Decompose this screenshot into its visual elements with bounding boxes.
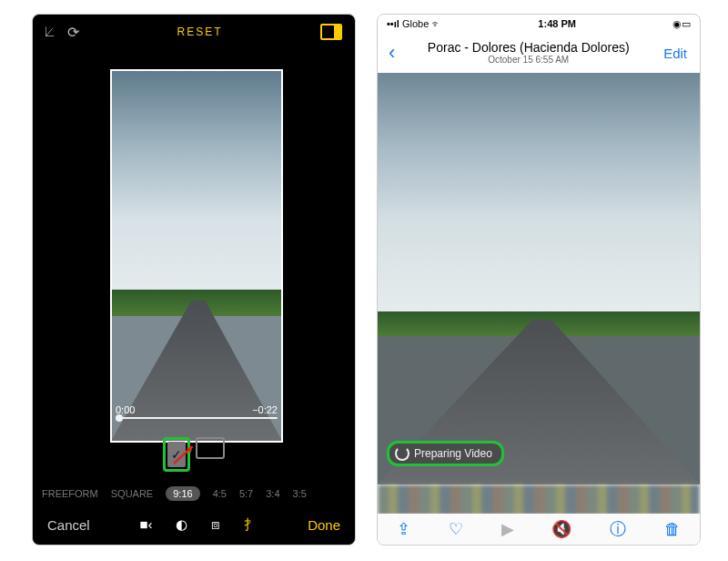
crop-preview[interactable]: 0:00 −0:22 — [110, 69, 283, 443]
ratio-square[interactable]: SQUARE — [111, 488, 153, 499]
editor-tool-tabs: ■‹ ◐ ⧇ ⺘ — [139, 516, 258, 534]
done-button[interactable]: Done — [308, 517, 340, 533]
favorite-heart-icon[interactable]: ♡ — [449, 519, 463, 539]
nav-subtitle: October 15 6:55 AM — [406, 55, 651, 65]
nav-title: Porac - Dolores (Hacienda Dolores) — [406, 41, 651, 55]
trim-times: 0:00 −0:22 — [116, 404, 278, 415]
rotate-icon[interactable]: ⟳ — [67, 24, 79, 41]
status-bar: ••ıl Globe ᯤ 1:48 PM ◉▭ — [378, 15, 700, 33]
crop-frame[interactable] — [110, 69, 283, 443]
ratio-3-4[interactable]: 3:4 — [266, 488, 279, 499]
nav-title-block: Porac - Dolores (Hacienda Dolores) Octob… — [406, 41, 651, 65]
preparing-video-pill: Preparing Video — [387, 441, 504, 466]
reset-button[interactable]: RESET — [79, 26, 320, 38]
nav-bar: ‹ Porac - Dolores (Hacienda Dolores) Oct… — [378, 33, 700, 73]
ratio-freeform[interactable]: FREEFORM — [42, 488, 98, 499]
ratio-4-5[interactable]: 4:5 — [213, 488, 227, 499]
preparing-video-label: Preparing Video — [414, 447, 492, 460]
status-signal: ••ıl Globe ᯤ — [387, 18, 441, 29]
loading-spinner-icon — [395, 446, 410, 461]
aspect-ratio-row[interactable]: FREEFORM SQUARE 9:16 4:5 5:7 3:4 3:5 — [33, 486, 355, 501]
viewer-bottom-bar: ⇪ ♡ ▶ 🔇 ⓘ 🗑 — [378, 514, 700, 545]
wifi-icon: ᯤ — [431, 18, 441, 29]
play-icon[interactable]: ▶ — [501, 519, 514, 539]
status-time: 1:48 PM — [538, 18, 576, 29]
annotation-arrow — [169, 437, 200, 472]
info-icon[interactable]: ⓘ — [610, 518, 626, 540]
aspect-ratio-icon[interactable] — [320, 24, 342, 40]
adjust-tool-icon[interactable]: ◐ — [176, 516, 187, 534]
ratio-5-7[interactable]: 5:7 — [239, 488, 253, 499]
editor-top-bar: ⟀ ⟳ RESET — [33, 15, 355, 49]
photo-sky — [378, 73, 700, 320]
phone-right-photos-viewer: ••ıl Globe ᯤ 1:48 PM ◉▭ ‹ Porac - Dolore… — [377, 14, 701, 546]
media-viewport[interactable]: Preparing Video — [378, 73, 700, 484]
phone-left-crop-editor: ⟀ ⟳ RESET 0:00 −0:22 ✓ — [32, 14, 356, 546]
thumbnail-strip[interactable] — [378, 484, 700, 515]
mute-icon[interactable]: 🔇 — [551, 519, 571, 539]
crop-tool-icon[interactable]: ⺘ — [244, 516, 258, 534]
flip-horizontal-icon[interactable]: ⟀ — [46, 24, 55, 41]
trash-icon[interactable]: 🗑 — [664, 520, 681, 539]
back-button[interactable]: ‹ — [378, 41, 406, 65]
filters-tool-icon[interactable]: ⧇ — [211, 516, 220, 534]
editor-bottom-bar: Cancel ■‹ ◐ ⧇ ⺘ Done — [33, 505, 355, 545]
ratio-9-16[interactable]: 9:16 — [166, 486, 199, 501]
video-tool-icon[interactable]: ■‹ — [139, 516, 152, 534]
status-battery: ◉▭ — [672, 18, 691, 30]
share-icon[interactable]: ⇪ — [397, 519, 410, 539]
trim-slider[interactable] — [116, 417, 278, 419]
ratio-3-5[interactable]: 3:5 — [293, 488, 307, 499]
edit-button[interactable]: Edit — [651, 46, 700, 61]
trim-end-time: −0:22 — [252, 404, 278, 415]
cancel-button[interactable]: Cancel — [47, 517, 90, 533]
